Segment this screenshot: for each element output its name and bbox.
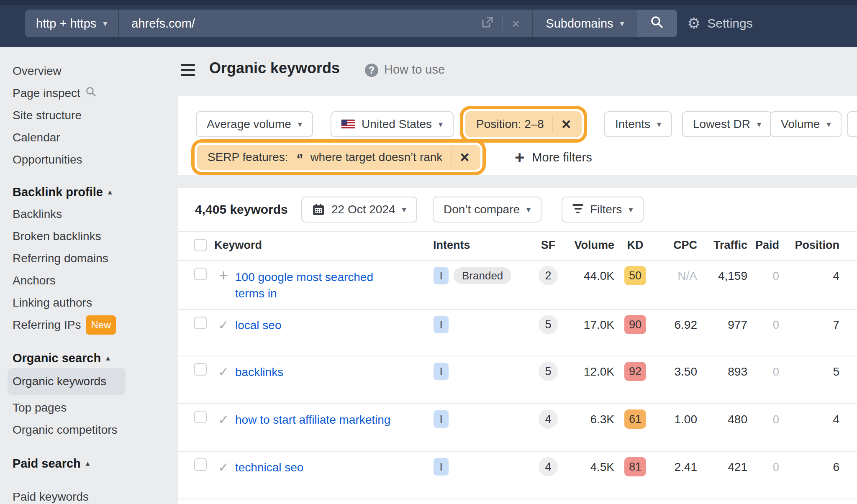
keyword-link[interactable]: backlinks [235, 364, 428, 380]
sidebar-item-opportunities[interactable]: Opportunities [13, 151, 82, 168]
protocol-dropdown[interactable]: http + https ▾ [25, 10, 118, 37]
added-check-icon: ✓ [215, 458, 232, 477]
us-flag-icon [341, 120, 355, 129]
filter-kd[interactable]: KD ▾ [847, 111, 857, 137]
sidebar-item-linking-authors[interactable]: Linking authors [13, 294, 92, 311]
calendar-icon [312, 203, 325, 216]
sidebar-item-referring-ips[interactable]: Referring IPs New [13, 317, 116, 333]
chevron-up-icon: ▴ [106, 350, 110, 366]
volume-cell: 12.0K [552, 363, 614, 381]
filter-serp-features-active[interactable]: SERP features: ‘’ where target doesn’t r… [197, 145, 480, 170]
divider [178, 260, 857, 261]
row-checkbox[interactable] [194, 458, 207, 471]
intent-badge: I [434, 363, 449, 380]
compare-dropdown[interactable]: Don’t compare ▾ [433, 197, 541, 223]
intent-badge: I [434, 458, 449, 476]
row-checkbox[interactable] [194, 363, 207, 376]
row-checkbox[interactable] [194, 411, 207, 423]
chevron-down-icon: ▾ [402, 205, 406, 215]
divider [178, 499, 857, 499]
gear-icon: ⚙ [687, 15, 700, 32]
plus-icon: + [515, 149, 524, 166]
added-check-icon: ✓ [215, 411, 232, 429]
paid-cell: 0 [716, 316, 779, 334]
menu-hamburger-icon[interactable] [181, 64, 195, 79]
row-checkbox[interactable] [194, 317, 207, 329]
target-url-input[interactable]: ahrefs.com/ × [118, 10, 532, 37]
divider [502, 16, 503, 31]
sidebar-item-organic-competitors[interactable]: Organic competitors [13, 422, 118, 438]
row-checkbox[interactable] [194, 268, 207, 280]
sidebar-item-paid-keywords[interactable]: Paid keywords [13, 489, 89, 504]
sidebar-item-organic-keywords[interactable]: Organic keywords [8, 368, 126, 395]
target-search-bar: http + https ▾ ahrefs.com/ × Subdomains … [25, 10, 677, 37]
divider [178, 451, 857, 452]
divider [451, 148, 452, 166]
open-external-icon[interactable] [481, 16, 494, 31]
intent-badge: I [434, 267, 449, 284]
column-header-paid[interactable]: Paid [716, 237, 779, 253]
paid-cell: 0 [716, 410, 779, 429]
chevron-up-icon: ▴ [86, 455, 90, 472]
column-header-volume[interactable]: Volume [552, 237, 614, 253]
search-button[interactable] [637, 10, 677, 37]
column-header-intents[interactable]: Intents [433, 237, 470, 253]
more-filters-button[interactable]: + More filters [515, 149, 592, 166]
add-keyword-icon[interactable]: + [215, 266, 232, 284]
divider [178, 231, 857, 232]
sidebar-item-anchors[interactable]: Anchors [13, 272, 56, 289]
sidebar-item-calendar[interactable]: Calendar [13, 129, 60, 146]
sidebar-item-backlinks[interactable]: Backlinks [13, 206, 62, 223]
mode-dropdown-label: Subdomains [546, 17, 613, 31]
divider [178, 309, 857, 310]
remove-filter-icon[interactable]: × [562, 116, 571, 132]
sidebar-item-site-structure[interactable]: Site structure [13, 107, 82, 124]
filter-volume[interactable]: Volume ▾ [770, 111, 842, 137]
sidebar-item-top-pages[interactable]: Top pages [13, 399, 67, 416]
sidebar-item-overview[interactable]: Overview [13, 63, 62, 79]
select-all-checkbox[interactable] [194, 239, 207, 251]
filter-intents[interactable]: Intents ▾ [604, 111, 672, 137]
remove-filter-icon[interactable]: × [460, 149, 469, 165]
window-edge [0, 0, 857, 5]
target-url-value: ahrefs.com/ [131, 17, 195, 31]
volume-cell: 44.0K [552, 267, 614, 285]
filters-dropdown-button[interactable]: Filters ▾ [562, 197, 644, 223]
clear-input-icon[interactable]: × [511, 16, 520, 31]
page-title: Organic keywords [209, 59, 340, 77]
how-to-use-link[interactable]: How to use [384, 63, 445, 77]
sidebar-item-page-inspect[interactable]: Page inspect [13, 85, 96, 102]
sidebar-section-organic-search[interactable]: Organic search ▴ [13, 350, 110, 366]
intent-branded-badge: Branded [454, 267, 511, 284]
filter-average-volume[interactable]: Average volume ▾ [196, 111, 313, 137]
settings-label: Settings [707, 16, 752, 31]
keyword-link[interactable]: local seo [235, 317, 428, 333]
keyword-link[interactable]: technical seo [235, 459, 428, 476]
filter-position-active[interactable]: Position: 2–8 × [465, 111, 582, 137]
position-cell: 6 [777, 458, 839, 476]
position-cell: 5 [777, 363, 839, 381]
column-header-position[interactable]: Position [777, 237, 839, 253]
chevron-down-icon: ▾ [757, 119, 761, 129]
sidebar-section-backlink-profile[interactable]: Backlink profile ▴ [13, 184, 112, 200]
settings-button[interactable]: ⚙ Settings [687, 13, 753, 34]
filter-country[interactable]: United States ▾ [331, 111, 454, 137]
position-cell: 4 [777, 410, 839, 429]
divider [178, 403, 857, 404]
mode-dropdown[interactable]: Subdomains ▾ [532, 10, 636, 37]
keyword-link[interactable]: how to start affiliate marketing [235, 412, 428, 428]
filter-lowest-dr[interactable]: Lowest DR ▾ [682, 111, 772, 137]
sidebar-section-paid-search[interactable]: Paid search ▴ [13, 455, 90, 472]
sidebar-item-broken-backlinks[interactable]: Broken backlinks [13, 228, 101, 245]
sidebar-item-referring-domains[interactable]: Referring domains [13, 250, 108, 267]
paid-cell: 0 [716, 363, 779, 381]
column-header-keyword[interactable]: Keyword [214, 237, 262, 253]
volume-cell: 4.5K [552, 458, 614, 476]
paid-cell: 0 [716, 458, 779, 476]
keyword-link[interactable]: 100 google most searched terms in [235, 269, 380, 302]
protocol-dropdown-label: http + https [36, 17, 96, 31]
added-check-icon: ✓ [215, 316, 232, 335]
help-icon[interactable]: ? [365, 64, 378, 77]
volume-cell: 17.0K [552, 316, 614, 334]
date-picker-button[interactable]: 22 Oct 2024 ▾ [301, 197, 417, 223]
